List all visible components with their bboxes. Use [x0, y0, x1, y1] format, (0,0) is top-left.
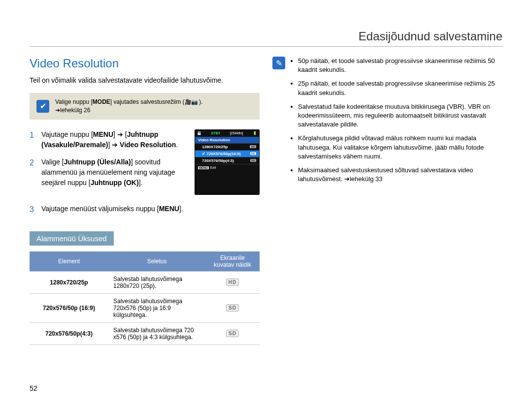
mode-note-text: Valige nuppu [MODE] vajutades salvestusr… — [55, 98, 202, 115]
right-note-block: ✎ 50p näitab, et toode salvestab progres… — [272, 57, 502, 188]
stby-label: STBY — [211, 131, 220, 135]
cam-row-2-selected: ✔ 720X576/50p(16:9)SD — [195, 150, 259, 157]
battery-icon: 🔋 — [253, 131, 257, 135]
step-3: 3 Vajutage menüüst väljumiseks nuppu [ME… — [30, 204, 260, 216]
cam-exit: MENUExit — [195, 164, 259, 171]
sd-badge: SD — [226, 330, 239, 337]
mode-note: ✔ Valige nuppu [MODE] vajutades salvestu… — [30, 93, 260, 120]
cam-row-3: 720X576/50p(4:3)SD — [195, 157, 259, 164]
bullet: 25p näitab, et toode salvestab progressi… — [298, 79, 502, 97]
step-2: 2 Valige [Juhtnupp (Üles/Alla)] soovitud… — [30, 157, 185, 188]
bullet: Salvestatud faile kodeeritakse muutuva b… — [298, 102, 502, 129]
th-desc: Seletus — [108, 251, 205, 272]
table-row: 1280x720/25p Salvestab lahutusvõimega 12… — [30, 271, 260, 293]
table-row: 720x576/50p(4:3) Salvestab lahutusvõimeg… — [30, 322, 260, 344]
check-icon: ✔ — [36, 100, 49, 113]
intro-text: Teil on võimalik valida salvestatavate v… — [30, 76, 260, 84]
video-photo-icon: 🎥📷 — [185, 99, 198, 105]
page-number: 52 — [30, 384, 37, 392]
submenu-table: Element Seletus Ekraanile kuvatav näidik… — [30, 251, 260, 345]
divider — [30, 46, 502, 47]
cam-row-1: 1280X720/25pHD — [195, 143, 259, 150]
hd-badge: HD — [226, 279, 239, 286]
th-indicator: Ekraanile kuvatav näidik — [205, 251, 260, 272]
bullet: 50p näitab, et toode salvestab progressi… — [298, 57, 502, 74]
chapter-title: Edasijõudnud salvestamine — [30, 30, 502, 43]
th-element: Element — [30, 251, 108, 272]
cam-menu-heading: Video Resolution — [195, 137, 259, 143]
sd-badge: SD — [226, 304, 239, 312]
table-row: 720x576/50p (16:9) Salvestab lahutusvõim… — [30, 293, 260, 322]
info-icon: ✎ — [272, 57, 285, 69]
bullet: Maksimaalsed salvestuskestused sõltuvad … — [298, 166, 502, 184]
bullet: Kõrglahutusega pildid võtavad mälus rohk… — [298, 134, 502, 161]
rec-time: [254Min] — [230, 131, 243, 135]
page-title: Video Resolution — [30, 57, 260, 70]
submenu-heading: Alammenüü Üksused — [30, 231, 114, 246]
camera-screen: 💾STBY[254Min]🔋 Video Resolution 1280X720… — [195, 129, 260, 195]
step-1: 1 Vajutage nuppu [MENU] ➔ [Juhtnupp (Vas… — [30, 129, 185, 150]
